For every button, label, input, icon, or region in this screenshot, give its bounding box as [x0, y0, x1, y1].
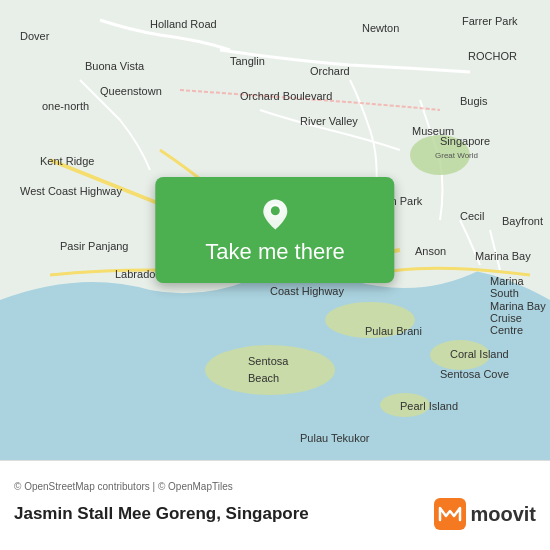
- moovit-logo-icon: [434, 498, 466, 530]
- place-name: Jasmin Stall Mee Goreng, Singapore: [14, 504, 309, 524]
- svg-point-4: [325, 302, 415, 338]
- moovit-logo: moovit: [434, 498, 536, 530]
- take-me-there-button[interactable]: Take me there: [155, 177, 394, 283]
- svg-point-6: [380, 393, 430, 417]
- location-pin-icon: [257, 195, 293, 231]
- svg-point-3: [205, 345, 335, 395]
- cta-button-container[interactable]: Take me there: [155, 177, 394, 283]
- svg-point-11: [271, 206, 280, 215]
- map-container: Great World NewtonHolland RoadQueenstown…: [0, 0, 550, 460]
- place-info: Jasmin Stall Mee Goreng, Singapore moovi…: [14, 498, 536, 530]
- attribution-text: © OpenStreetMap contributors | © OpenMap…: [14, 481, 536, 492]
- svg-text:Great World: Great World: [435, 151, 478, 160]
- moovit-text: moovit: [470, 503, 536, 526]
- svg-point-5: [430, 340, 490, 370]
- bottom-bar: © OpenStreetMap contributors | © OpenMap…: [0, 460, 550, 550]
- button-label: Take me there: [205, 239, 344, 265]
